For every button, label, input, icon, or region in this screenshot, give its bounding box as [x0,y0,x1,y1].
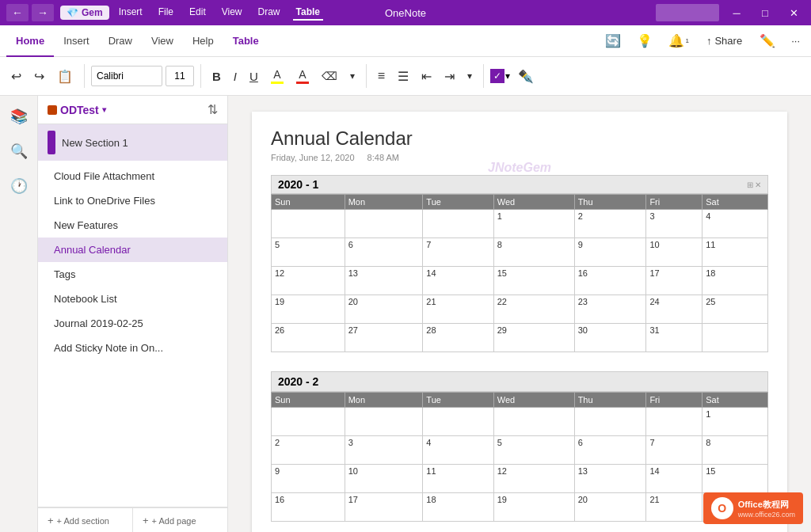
menu-file[interactable]: File [155,5,177,21]
cell[interactable]: 6 [574,436,646,465]
tab-view[interactable]: View [142,25,183,57]
menu-edit[interactable]: Edit [186,5,209,21]
underline-button[interactable]: U [245,62,263,90]
add-section-button[interactable]: + + Add section [38,507,133,532]
cell[interactable]: 1 [493,210,574,238]
sidebar-icon-notebooks[interactable]: 📚 [5,102,33,131]
cell[interactable]: 25 [702,295,768,324]
page-item-journal[interactable]: Journal 2019-02-25 [38,311,227,336]
cell[interactable]: 11 [423,465,493,493]
section-item[interactable]: New Section 1 [38,124,227,161]
cell[interactable]: 8 [493,238,574,267]
sidebar-icon-search[interactable]: 🔍 [5,137,33,165]
page-item-newfeatures[interactable]: New Features [38,213,227,238]
cell[interactable]: 28 [423,324,493,352]
cell[interactable]: 12 [493,465,574,493]
clipboard-button[interactable]: 📋 [52,62,78,90]
menu-table[interactable]: Table [293,5,323,21]
cell[interactable] [646,408,702,436]
cell[interactable]: 13 [574,465,646,493]
cell[interactable]: 19 [493,493,574,522]
resize-icon1[interactable]: ⊞ [747,180,753,189]
cell[interactable]: 31 [646,324,702,352]
paragraph-dropdown[interactable]: ▾ [463,62,477,90]
clear-format-button[interactable]: ⌫ [317,62,342,90]
tab-table[interactable]: Table [223,25,268,57]
cell[interactable]: 4 [423,436,493,465]
font-name-input[interactable] [91,66,162,86]
bell-button[interactable]: 🔔1 [664,27,694,55]
cell[interactable]: 8 [702,436,768,465]
cell[interactable]: 17 [646,267,702,295]
cell[interactable] [345,408,423,436]
restore-button[interactable]: □ [754,4,776,21]
cell[interactable] [423,210,493,238]
tab-home[interactable]: Home [6,25,54,57]
forward-button[interactable]: → [32,4,54,21]
italic-button[interactable]: I [229,62,242,90]
checkbox-button[interactable]: ✓ ▾ [490,69,510,83]
cell[interactable]: 2 [574,210,646,238]
cell[interactable]: 29 [493,324,574,352]
cell[interactable]: 13 [345,267,423,295]
sync-button[interactable]: 🔄 [600,27,626,55]
cell[interactable]: 27 [345,324,423,352]
cell[interactable]: 3 [345,436,423,465]
cell[interactable] [272,408,345,436]
cell[interactable] [272,210,345,238]
back-button[interactable]: ← [6,4,29,21]
cell[interactable]: 20 [345,295,423,324]
cell[interactable]: 22 [493,295,574,324]
cell[interactable]: 7 [423,238,493,267]
number-list-button[interactable]: ☰ [393,62,413,90]
page-item-tags[interactable]: Tags [38,262,227,287]
minimize-button[interactable]: ─ [725,4,748,21]
more-button[interactable]: ··· [786,27,805,55]
cell[interactable]: 15 [702,465,768,493]
redo-button[interactable]: ↪ [29,62,49,90]
cell[interactable] [574,408,646,436]
undo-button[interactable]: ↩ [6,62,26,90]
font-size-input[interactable] [166,66,194,86]
cell[interactable]: 21 [423,295,493,324]
pen-button[interactable]: ✏️ [755,27,780,55]
cell[interactable]: 12 [272,267,345,295]
sidebar-icon-recent[interactable]: 🕐 [5,172,33,200]
cell[interactable]: 16 [272,493,345,522]
cell[interactable]: 15 [493,267,574,295]
tab-draw[interactable]: Draw [99,25,142,57]
gem-button[interactable]: 💎 Gem [60,6,109,20]
highlight-button[interactable]: A [266,62,288,90]
cell[interactable]: 14 [423,267,493,295]
cell[interactable]: 19 [272,295,345,324]
tab-help[interactable]: Help [183,25,223,57]
page-item-stickynote[interactable]: Add Sticky Note in On... [38,336,227,360]
menu-draw[interactable]: Draw [255,5,284,21]
menu-insert[interactable]: Insert [116,5,146,21]
cell[interactable]: 26 [272,324,345,352]
bold-button[interactable]: B [208,62,226,90]
outdent-button[interactable]: ⇤ [417,62,436,90]
cell[interactable]: 24 [646,295,702,324]
indent-button[interactable]: ⇥ [440,62,459,90]
cell[interactable]: 6 [345,238,423,267]
cell[interactable]: 21 [646,493,702,522]
page-item-onedrive[interactable]: Link to OneDrive Files [38,188,227,213]
sort-button[interactable]: ⇅ [208,102,218,117]
page-item-cloud[interactable]: Cloud File Attachment [38,164,227,188]
cell[interactable]: 2 [272,436,345,465]
font-color-button[interactable]: A [291,62,314,90]
lightbulb-button[interactable]: 💡 [632,27,657,55]
cell[interactable]: 16 [574,267,646,295]
cell[interactable]: 10 [646,238,702,267]
page-item-calendar[interactable]: Annual Calendar [38,238,227,262]
cell[interactable]: 18 [702,267,768,295]
cell[interactable] [493,408,574,436]
format-dropdown[interactable]: ▾ [345,62,360,90]
cell[interactable]: 9 [272,465,345,493]
cell[interactable]: 10 [345,465,423,493]
cell[interactable]: 30 [574,324,646,352]
cell[interactable]: 7 [646,436,702,465]
cell[interactable]: 5 [493,436,574,465]
cell[interactable]: 17 [345,493,423,522]
